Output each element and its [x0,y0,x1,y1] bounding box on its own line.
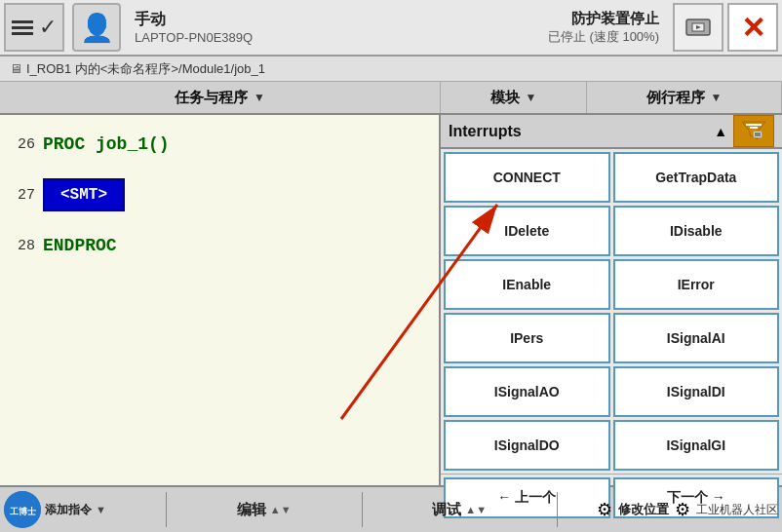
breadcrumb-icon: 🖥 [10,61,22,76]
column-headers: 任务与程序 ▼ 模块 ▼ 例行程序 ▼ [0,82,782,115]
speed-status: 已停止 (速度 100%) [548,28,659,46]
interrupt-isignaldo[interactable]: ISignalDO [444,420,610,471]
gear-icon: ⚙ [597,499,612,520]
top-bar-right: ✕ [673,3,778,52]
close-icon: ✕ [741,11,765,45]
breadcrumb: 🖥 I_ROB1 内的<未命名程序>/Module1/job_1 [0,57,782,82]
edit-button[interactable]: 编辑 ▲▼ [173,490,356,529]
bottom-left-section: 工博士 添加指令 ▼ [4,491,160,528]
bottom-right-section: ⚙ 修改位置 ⚙ 工业机器人社区 [564,499,778,520]
modules-label: 模块 [490,89,520,107]
right-panel: Interrupts ▲ CONNECT GetTrapData [441,115,782,485]
add-instruction-label[interactable]: 添加指令 [45,502,92,518]
community-label: 工业机器人社区 [696,502,778,518]
interrupt-isignaldi[interactable]: ISignalDI [613,366,780,417]
interrupt-connect[interactable]: CONNECT [444,152,610,203]
mode-label: 手动 [135,10,253,30]
code-panel: 26 PROC job_1() 27 <SMT> 28 ENDPROC [0,115,441,485]
device-label: LAPTOP-PN0E389Q [135,30,253,45]
routines-label: 例行程序 [646,89,705,107]
debug-label: 调试 [432,501,461,519]
code-line-27: 27 <SMT> [0,170,439,220]
divider-3 [557,492,558,527]
tasks-dropdown-arrow[interactable]: ▼ [254,91,265,104]
line-num-27: 27 [8,187,35,204]
stop-status: 防护装置停止 [571,10,659,28]
interrupt-isignalgi[interactable]: ISignalGI [613,420,780,471]
gongboshi-logo: 工博士 [4,491,41,528]
code-line-28: 28 ENDPROC [0,220,439,271]
filter-icon[interactable] [733,115,774,147]
interrupt-ierror[interactable]: IError [613,259,780,310]
debug-arrow: ▲▼ [465,504,487,515]
interrupt-gettrapdata[interactable]: GetTrapData [613,152,780,203]
line-num-28: 28 [8,238,35,254]
interrupt-ipers[interactable]: IPers [444,313,610,363]
divider-2 [362,492,363,527]
mode-info: 手动 LAPTOP-PN0E389Q [135,10,253,45]
info-button[interactable]: 👤 [72,3,121,52]
divider-1 [166,492,167,527]
smt-button[interactable]: <SMT> [43,178,125,211]
person-icon: 👤 [80,12,114,44]
routines-column-header[interactable]: 例行程序 ▼ [587,82,782,113]
top-center-info: 手动 LAPTOP-PN0E389Q 防护装置停止 已停止 (速度 100%) [125,10,669,46]
main-area: 26 PROC job_1() 27 <SMT> 28 ENDPROC Inte… [0,115,782,485]
checkmark-icon: ✓ [39,15,57,40]
modify-position-label[interactable]: 修改位置 [618,501,669,518]
interrupt-idisable[interactable]: IDisable [613,206,780,256]
debug-button[interactable]: 调试 ▲▼ [369,490,552,529]
add-instruction-arrow[interactable]: ▼ [96,504,106,515]
modules-column-header[interactable]: 模块 ▼ [441,82,587,113]
menu-check-group[interactable]: ✓ [4,3,64,52]
breadcrumb-text: I_ROB1 内的<未命名程序>/Module1/job_1 [26,60,265,78]
routines-dropdown-arrow[interactable]: ▼ [711,91,723,104]
edit-label: 编辑 [237,501,266,519]
gear-icon-2: ⚙ [675,499,690,520]
close-button[interactable]: ✕ [727,3,778,52]
svg-rect-6 [754,132,762,137]
hamburger-icon[interactable] [12,20,33,35]
interrupt-isignalai[interactable]: ISignalAI [613,313,780,363]
motor-icon-btn[interactable] [673,3,723,52]
modules-dropdown-arrow[interactable]: ▼ [526,91,537,104]
interrupt-ienable[interactable]: IEnable [444,259,610,310]
code-line-26: 26 PROC job_1() [0,119,439,170]
scroll-up-button[interactable]: ▲ [714,124,727,139]
header-icons: ▲ [714,115,774,147]
interrupt-idelete[interactable]: IDelete [444,206,610,256]
tasks-label: 任务与程序 [175,89,248,107]
interrupt-grid: CONNECT GetTrapData IDelete IDisable IEn… [441,149,782,474]
edit-arrow: ▲▼ [270,504,292,515]
proc-declaration: PROC job_1() [43,134,170,154]
endproc-keyword: ENDPROC [43,236,117,255]
tasks-column-header[interactable]: 任务与程序 ▼ [0,82,441,113]
interrupts-header: Interrupts ▲ [441,115,782,149]
interrupts-title: Interrupts [449,123,522,140]
top-bar: ✓ 👤 手动 LAPTOP-PN0E389Q 防护装置停止 已停止 (速度 10… [0,0,782,57]
status-info: 防护装置停止 已停止 (速度 100%) [548,10,659,46]
svg-text:工博士: 工博士 [10,507,37,516]
line-num-26: 26 [8,136,35,153]
interrupt-isignalab[interactable]: ISignalAO [444,366,610,417]
